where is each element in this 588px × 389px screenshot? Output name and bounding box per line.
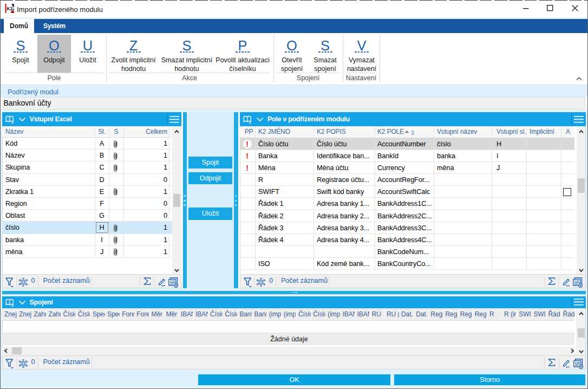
svg-text:K2: K2 <box>7 6 13 11</box>
